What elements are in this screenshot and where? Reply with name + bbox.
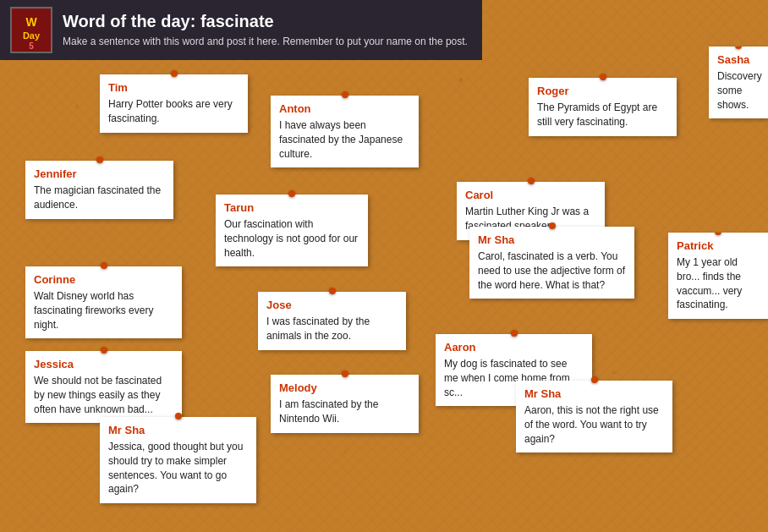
card-name-anton: Anton: [279, 102, 410, 115]
header-bar: W Day 5 Word of the day: fascinate Make …: [0, 0, 482, 60]
card-name-jose: Jose: [266, 299, 398, 311]
card-patrick: PatrickMy 1 year old bro... finds the va…: [668, 233, 768, 319]
card-name-mrsha2: Mr Sha: [108, 424, 248, 436]
card-name-mrsha3: Mr Sha: [524, 387, 664, 400]
card-text-patrick: My 1 year old bro... finds the vaccum...…: [677, 255, 760, 312]
card-name-mrsha1: Mr Sha: [478, 233, 626, 246]
card-corinne: CorinneWalt Disney world has fascinating…: [25, 266, 182, 338]
card-sasha: SashaDiscovery some shows.: [709, 47, 768, 118]
card-text-jessica: We should not be fascinated by new thing…: [34, 374, 173, 416]
card-anton: AntonI have always been fascinated by th…: [271, 96, 419, 167]
svg-text:Day: Day: [23, 30, 41, 41]
corkboard: W Day 5 Word of the day: fascinate Make …: [0, 0, 768, 532]
card-tarun: TarunOur fascination with technology is …: [216, 195, 368, 266]
card-text-anton: I have always been fascinated by the Jap…: [279, 118, 410, 161]
card-mrsha2: Mr ShaJessica, good thought but you shou…: [100, 417, 256, 503]
card-text-corinne: Walt Disney world has fascinating firewo…: [34, 289, 173, 332]
card-text-tarun: Our fascination with technology is not g…: [224, 217, 359, 260]
card-name-corinne: Corinne: [34, 273, 173, 286]
card-melody: MelodyI am fascinated by the Nintendo Wi…: [271, 375, 419, 433]
card-tim: TimHarry Potter books are very fascinati…: [100, 74, 248, 133]
card-text-roger: The Pyramids of Egypt are still very fas…: [537, 101, 668, 129]
card-jennifer: JenniferThe magician fascinated the audi…: [25, 161, 173, 219]
card-jose: JoseI was fascinated by the animals in t…: [258, 292, 406, 350]
card-text-tim: Harry Potter books are very fascinating.: [108, 97, 239, 126]
card-name-aaron: Aaron: [444, 341, 584, 354]
card-name-tim: Tim: [108, 81, 239, 94]
card-mrsha1: Mr ShaCarol, fascinated is a verb. You n…: [469, 227, 634, 299]
card-name-patrick: Patrick: [677, 239, 760, 252]
card-mrsha3: Mr ShaAaron, this is not the right use o…: [516, 381, 672, 452]
card-name-jennifer: Jennifer: [34, 167, 165, 180]
card-name-melody: Melody: [279, 381, 410, 394]
card-text-jose: I was fascinated by the animals in the z…: [266, 315, 398, 343]
header-text-block: Word of the day: fascinate Make a senten…: [63, 12, 468, 49]
card-text-jennifer: The magician fascinated the audience.: [34, 184, 165, 212]
card-name-sasha: Sasha: [717, 53, 760, 66]
header-icon: W Day 5: [10, 7, 52, 53]
page-subtitle: Make a sentence with this word and post …: [63, 35, 468, 49]
card-text-mrsha2: Jessica, good thought but you should try…: [108, 440, 248, 496]
card-text-sasha: Discovery some shows.: [717, 69, 760, 112]
card-name-roger: Roger: [537, 85, 668, 97]
card-name-carol: Carol: [465, 189, 596, 201]
card-name-jessica: Jessica: [34, 358, 173, 370]
card-jessica: JessicaWe should not be fascinated by ne…: [25, 351, 182, 423]
card-text-mrsha1: Carol, fascinated is a verb. You need to…: [478, 250, 626, 292]
card-text-mrsha3: Aaron, this is not the right use of the …: [524, 403, 664, 446]
card-name-tarun: Tarun: [224, 201, 359, 214]
page-title: Word of the day: fascinate: [63, 12, 468, 31]
card-text-melody: I am fascinated by the Nintendo Wii.: [279, 398, 410, 426]
svg-text:5: 5: [29, 41, 34, 51]
svg-text:W: W: [25, 15, 37, 29]
card-roger: RogerThe Pyramids of Egypt are still ver…: [529, 78, 677, 136]
